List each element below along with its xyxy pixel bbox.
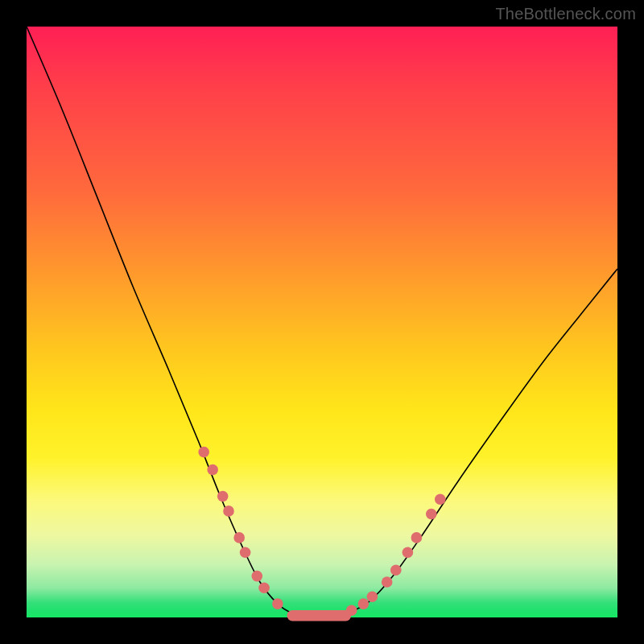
marker-left-8	[272, 598, 283, 609]
marker-left-1	[207, 464, 218, 476]
plot-area	[27, 27, 617, 617]
marker-right-8	[435, 493, 446, 505]
marker-left-7	[258, 583, 270, 594]
attribution-label: TheBottleneck.com	[495, 5, 636, 23]
curve-layer	[27, 27, 617, 617]
bottleneck-curve	[27, 27, 617, 618]
marker-right-6	[411, 532, 423, 543]
marker-left-3	[223, 506, 234, 517]
marker-right-3	[382, 576, 393, 588]
marker-left-2	[217, 491, 229, 502]
marker-right-5	[402, 547, 414, 559]
marker-left-0	[198, 447, 209, 458]
data-markers	[198, 447, 445, 621]
marker-right-4	[390, 565, 402, 576]
marker-right-7	[426, 509, 437, 520]
marker-left-4	[233, 532, 245, 543]
marker-left-5	[240, 547, 251, 559]
marker-left-6	[252, 571, 263, 582]
marker-right-1	[358, 598, 369, 609]
marker-right-2	[367, 592, 378, 603]
marker-valley-pill	[287, 610, 352, 621]
chart-frame: TheBottleneck.com	[0, 0, 644, 644]
